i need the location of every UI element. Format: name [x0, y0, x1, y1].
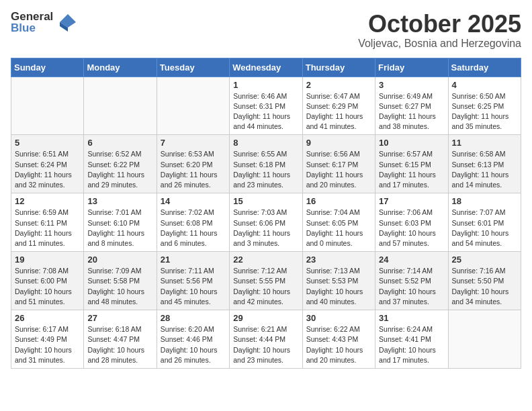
day-number: 22 — [233, 255, 298, 265]
day-info: Sunrise: 6:58 AM Sunset: 6:13 PM Dayligh… — [452, 149, 517, 190]
day-number: 28 — [161, 313, 226, 323]
calendar-week-row: 12Sunrise: 6:59 AM Sunset: 6:11 PM Dayli… — [11, 193, 521, 252]
day-info: Sunrise: 6:52 AM Sunset: 6:22 PM Dayligh… — [87, 149, 152, 190]
day-number: 20 — [87, 255, 152, 265]
calendar-cell: 21Sunrise: 7:11 AM Sunset: 5:56 PM Dayli… — [157, 252, 229, 310]
day-number: 15 — [233, 196, 298, 206]
calendar-cell: 26Sunrise: 6:17 AM Sunset: 4:49 PM Dayli… — [11, 310, 84, 369]
calendar-cell: 25Sunrise: 7:16 AM Sunset: 5:50 PM Dayli… — [448, 252, 521, 310]
calendar-cell: 30Sunrise: 6:22 AM Sunset: 4:43 PM Dayli… — [302, 310, 375, 369]
calendar-cell: 12Sunrise: 6:59 AM Sunset: 6:11 PM Dayli… — [11, 193, 84, 252]
day-number: 1 — [233, 80, 298, 90]
calendar-cell: 7Sunrise: 6:53 AM Sunset: 6:20 PM Daylig… — [157, 135, 229, 193]
day-number: 13 — [87, 196, 152, 206]
calendar-cell: 31Sunrise: 6:24 AM Sunset: 4:41 PM Dayli… — [375, 310, 448, 369]
day-info: Sunrise: 7:03 AM Sunset: 6:06 PM Dayligh… — [233, 208, 298, 248]
calendar-cell — [157, 77, 229, 135]
calendar-cell: 14Sunrise: 7:02 AM Sunset: 6:08 PM Dayli… — [157, 193, 229, 252]
calendar-cell: 3Sunrise: 6:49 AM Sunset: 6:27 PM Daylig… — [375, 77, 448, 135]
calendar-cell — [448, 310, 521, 369]
calendar-cell: 16Sunrise: 7:04 AM Sunset: 6:05 PM Dayli… — [302, 193, 375, 252]
calendar-cell: 13Sunrise: 7:01 AM Sunset: 6:10 PM Dayli… — [84, 193, 157, 252]
day-info: Sunrise: 6:20 AM Sunset: 4:46 PM Dayligh… — [161, 324, 226, 365]
day-number: 4 — [452, 80, 517, 90]
day-number: 5 — [15, 138, 80, 148]
calendar-cell: 8Sunrise: 6:55 AM Sunset: 6:18 PM Daylig… — [230, 135, 302, 193]
day-info: Sunrise: 7:16 AM Sunset: 5:50 PM Dayligh… — [452, 266, 517, 307]
calendar-cell: 23Sunrise: 7:13 AM Sunset: 5:53 PM Dayli… — [302, 252, 375, 310]
day-info: Sunrise: 6:57 AM Sunset: 6:15 PM Dayligh… — [379, 149, 444, 190]
weekday-header-friday: Friday — [375, 58, 448, 77]
calendar-cell — [11, 77, 84, 135]
weekday-header-tuesday: Tuesday — [157, 58, 229, 77]
weekday-header-saturday: Saturday — [448, 58, 521, 77]
calendar-cell — [84, 77, 157, 135]
calendar-cell: 17Sunrise: 7:06 AM Sunset: 6:03 PM Dayli… — [375, 193, 448, 252]
day-info: Sunrise: 6:17 AM Sunset: 4:49 PM Dayligh… — [15, 324, 80, 365]
day-number: 21 — [161, 255, 226, 265]
day-number: 31 — [379, 313, 444, 323]
calendar-table: SundayMondayTuesdayWednesdayThursdayFrid… — [11, 58, 521, 369]
title-section: October 2025 Voljevac, Bosnia and Herzeg… — [358, 11, 521, 50]
weekday-header-monday: Monday — [84, 58, 157, 77]
day-info: Sunrise: 6:56 AM Sunset: 6:17 PM Dayligh… — [306, 149, 371, 190]
calendar-cell: 20Sunrise: 7:09 AM Sunset: 5:58 PM Dayli… — [84, 252, 157, 310]
logo-general: General — [11, 11, 53, 22]
calendar-cell: 18Sunrise: 7:07 AM Sunset: 6:01 PM Dayli… — [448, 193, 521, 252]
day-info: Sunrise: 6:22 AM Sunset: 4:43 PM Dayligh… — [306, 324, 371, 365]
calendar-cell: 24Sunrise: 7:14 AM Sunset: 5:52 PM Dayli… — [375, 252, 448, 310]
calendar-cell: 27Sunrise: 6:18 AM Sunset: 4:47 PM Dayli… — [84, 310, 157, 369]
day-number: 23 — [306, 255, 371, 265]
day-number: 8 — [233, 138, 298, 148]
logo: General Blue — [11, 11, 76, 34]
day-number: 14 — [161, 196, 226, 206]
calendar-cell: 19Sunrise: 7:08 AM Sunset: 6:00 PM Dayli… — [11, 252, 84, 310]
logo-blue: Blue — [11, 22, 53, 34]
day-info: Sunrise: 7:01 AM Sunset: 6:10 PM Dayligh… — [87, 208, 152, 248]
day-number: 17 — [379, 196, 444, 206]
calendar-cell: 22Sunrise: 7:12 AM Sunset: 5:55 PM Dayli… — [230, 252, 302, 310]
day-info: Sunrise: 7:06 AM Sunset: 6:03 PM Dayligh… — [379, 208, 444, 248]
calendar-cell: 15Sunrise: 7:03 AM Sunset: 6:06 PM Dayli… — [230, 193, 302, 252]
day-number: 11 — [452, 138, 517, 148]
day-info: Sunrise: 6:59 AM Sunset: 6:11 PM Dayligh… — [15, 208, 80, 248]
day-number: 26 — [15, 313, 80, 323]
page-header: General Blue October 2025 Voljevac, Bosn… — [11, 11, 521, 50]
day-info: Sunrise: 6:50 AM Sunset: 6:25 PM Dayligh… — [452, 91, 517, 132]
day-number: 6 — [87, 138, 152, 148]
calendar-week-row: 19Sunrise: 7:08 AM Sunset: 6:00 PM Dayli… — [11, 252, 521, 310]
day-number: 29 — [233, 313, 298, 323]
calendar-week-row: 1Sunrise: 6:46 AM Sunset: 6:31 PM Daylig… — [11, 77, 521, 135]
calendar-cell: 1Sunrise: 6:46 AM Sunset: 6:31 PM Daylig… — [230, 77, 302, 135]
day-info: Sunrise: 7:09 AM Sunset: 5:58 PM Dayligh… — [87, 266, 152, 307]
day-info: Sunrise: 7:11 AM Sunset: 5:56 PM Dayligh… — [161, 266, 226, 307]
day-info: Sunrise: 7:13 AM Sunset: 5:53 PM Dayligh… — [306, 266, 371, 307]
day-info: Sunrise: 7:04 AM Sunset: 6:05 PM Dayligh… — [306, 208, 371, 248]
day-info: Sunrise: 7:14 AM Sunset: 5:52 PM Dayligh… — [379, 266, 444, 307]
calendar-cell: 28Sunrise: 6:20 AM Sunset: 4:46 PM Dayli… — [157, 310, 229, 369]
logo-icon — [54, 13, 76, 32]
day-number: 19 — [15, 255, 80, 265]
calendar-cell: 11Sunrise: 6:58 AM Sunset: 6:13 PM Dayli… — [448, 135, 521, 193]
day-number: 9 — [306, 138, 371, 148]
day-info: Sunrise: 6:47 AM Sunset: 6:29 PM Dayligh… — [306, 91, 371, 132]
day-number: 7 — [161, 138, 226, 148]
calendar-cell: 9Sunrise: 6:56 AM Sunset: 6:17 PM Daylig… — [302, 135, 375, 193]
weekday-header-wednesday: Wednesday — [230, 58, 302, 77]
day-number: 30 — [306, 313, 371, 323]
day-info: Sunrise: 6:55 AM Sunset: 6:18 PM Dayligh… — [233, 149, 298, 190]
day-info: Sunrise: 6:53 AM Sunset: 6:20 PM Dayligh… — [161, 149, 226, 190]
weekday-header-sunday: Sunday — [11, 58, 84, 77]
calendar-week-row: 5Sunrise: 6:51 AM Sunset: 6:24 PM Daylig… — [11, 135, 521, 193]
day-info: Sunrise: 7:08 AM Sunset: 6:00 PM Dayligh… — [15, 266, 80, 307]
month-title: October 2025 — [358, 11, 521, 38]
calendar-cell: 29Sunrise: 6:21 AM Sunset: 4:44 PM Dayli… — [230, 310, 302, 369]
day-info: Sunrise: 6:51 AM Sunset: 6:24 PM Dayligh… — [15, 149, 80, 190]
calendar-cell: 10Sunrise: 6:57 AM Sunset: 6:15 PM Dayli… — [375, 135, 448, 193]
day-info: Sunrise: 6:49 AM Sunset: 6:27 PM Dayligh… — [379, 91, 444, 132]
day-number: 2 — [306, 80, 371, 90]
day-number: 16 — [306, 196, 371, 206]
day-number: 27 — [87, 313, 152, 323]
calendar-cell: 6Sunrise: 6:52 AM Sunset: 6:22 PM Daylig… — [84, 135, 157, 193]
weekday-header-row: SundayMondayTuesdayWednesdayThursdayFrid… — [11, 58, 521, 77]
